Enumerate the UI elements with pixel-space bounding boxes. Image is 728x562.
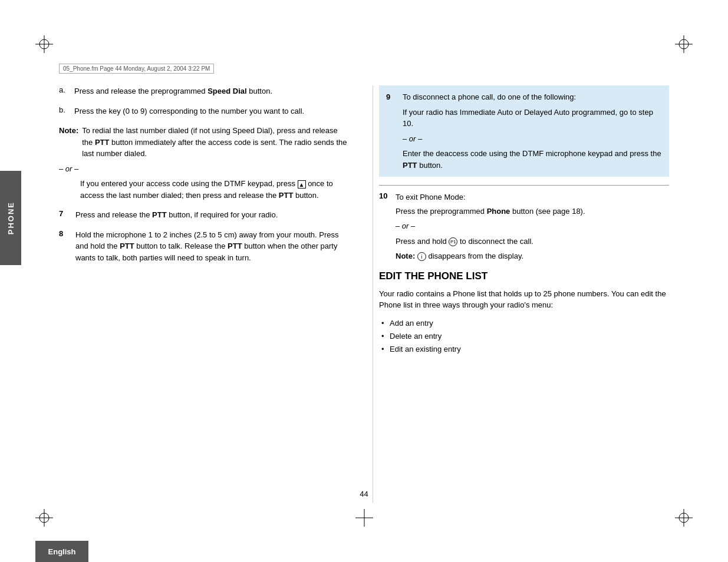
divider <box>379 185 669 186</box>
step-9-or: – or – <box>403 133 662 145</box>
step-10-number: 10 <box>379 191 391 262</box>
step-a-content: Press and release the preprogrammed Spee… <box>74 85 349 97</box>
side-tab-phone: PHONE <box>0 171 21 265</box>
step-b-letter: b. <box>59 105 70 117</box>
reg-mark-tl <box>35 35 53 53</box>
up-arrow-icon: ▲ <box>298 180 306 189</box>
bullet-item-delete: Delete an entry <box>390 330 669 343</box>
page-container: 05_Phone.fm Page 44 Monday, August 2, 20… <box>0 0 728 562</box>
step-b-content: Press the key (0 to 9) corresponding to … <box>74 105 349 117</box>
step-10-or: – or – <box>396 220 585 232</box>
lang-tab: English <box>35 541 88 562</box>
content-area: a. Press and release the preprogrammed S… <box>59 85 669 503</box>
reg-mark-br <box>675 509 693 527</box>
section-para: Your radio contains a Phone list that ho… <box>379 288 669 311</box>
bullet-list: Add an entry Delete an entry Edit an exi… <box>390 317 669 356</box>
step-10-content: To exit Phone Mode: Press the preprogram… <box>396 191 585 262</box>
step-7-number: 7 <box>59 209 71 221</box>
step-9-intro: To disconnect a phone call, do one of th… <box>403 91 576 103</box>
side-tab-label: PHONE <box>6 201 15 234</box>
step-b: b. Press the key (0 to 9) corresponding … <box>59 105 349 117</box>
file-info: 05_Phone.fm Page 44 Monday, August 2, 20… <box>59 64 214 74</box>
step-10: 10 To exit Phone Mode: Press the preprog… <box>379 191 669 262</box>
reg-mark-bl <box>35 509 53 527</box>
step-9-line1: If your radio has Immediate Auto or Dela… <box>403 107 662 130</box>
right-column: 9 To disconnect a phone call, do one of … <box>373 85 669 503</box>
step-8-number: 8 <box>59 229 71 264</box>
section-heading-edit-phone-list: EDIT THE PHONE LIST <box>379 270 669 282</box>
step-a-letter: a. <box>59 85 70 97</box>
p1-icon: P1 <box>449 237 457 246</box>
step-9-box: 9 To disconnect a phone call, do one of … <box>379 85 669 177</box>
reg-mark-bc <box>355 509 373 527</box>
step-7: 7 Press and release the PTT button, if r… <box>59 209 349 221</box>
lang-tab-label: English <box>48 547 76 556</box>
step-10-line2: Press and hold P1 to disconnect the call… <box>396 236 585 247</box>
info-icon: i <box>417 252 426 261</box>
note-continuation: If you entered your access code using th… <box>80 178 349 201</box>
note-text: To redial the last number dialed (if not… <box>82 125 349 160</box>
note-label: Note: <box>59 125 78 160</box>
left-column: a. Press and release the preprogrammed S… <box>59 85 355 503</box>
or-separator-1: – or – <box>59 163 349 175</box>
step-10-note: Note: i disappears from the display. <box>396 250 585 262</box>
step-8: 8 Hold the microphone 1 to 2 inches (2.5… <box>59 229 349 264</box>
step-8-content: Hold the microphone 1 to 2 inches (2.5 t… <box>75 229 349 264</box>
step-a: a. Press and release the preprogrammed S… <box>59 85 349 97</box>
reg-mark-tr <box>675 35 693 53</box>
step-9-line2: Enter the deaccess code using the DTMF m… <box>403 148 662 171</box>
bullet-item-add: Add an entry <box>390 317 669 330</box>
note-block: Note: To redial the last number dialed (… <box>59 125 349 201</box>
bullet-item-edit: Edit an existing entry <box>390 343 669 356</box>
step-7-content: Press and release the PTT button, if req… <box>75 209 349 221</box>
step-9-number: 9 <box>386 91 398 103</box>
